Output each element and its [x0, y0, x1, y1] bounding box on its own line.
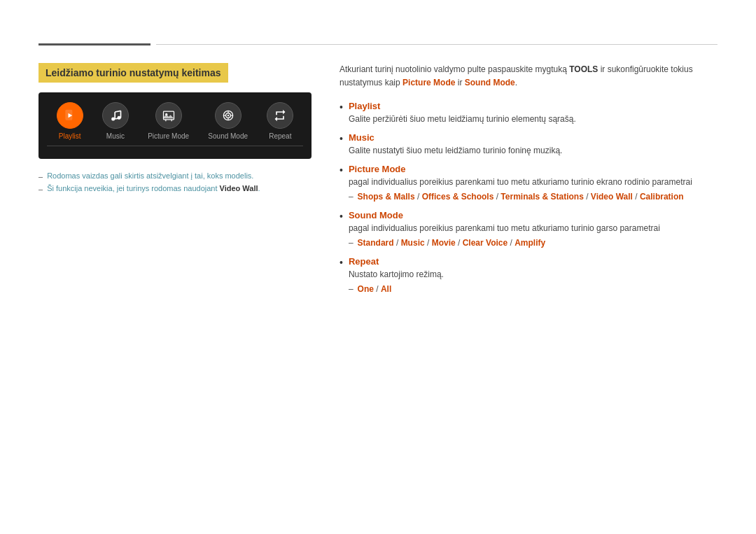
list-item-picture-mode: • Picture Mode pagal individualius porei… — [340, 164, 718, 203]
repeat-icon-circle — [267, 102, 293, 129]
bullet-dot-music: • — [340, 132, 343, 146]
list-item-repeat: • Repeat Nustato kartojimo režimą. – One… — [340, 256, 718, 295]
sound-mode-icon-circle — [215, 102, 241, 129]
bullet-content-playlist: Playlist Galite peržiūrėti šiuo metu lei… — [349, 101, 718, 125]
video-wall: Video Wall — [591, 192, 633, 202]
note-dash-2: – — [38, 185, 43, 193]
repeat-icon — [273, 108, 287, 122]
note-text-2: Ši funkcija neveikia, jei turinys rodoma… — [47, 184, 260, 192]
picture-mode-icon-circle — [155, 102, 182, 129]
bullet-dot-playlist: • — [340, 101, 343, 115]
repeat-label: Repeat — [269, 132, 291, 140]
music-icon-item[interactable]: Music — [102, 102, 129, 140]
music-label: Music — [106, 132, 125, 140]
sep4: / — [633, 192, 640, 202]
picture-mode-sub-list: – Shops & Malls / Offices & Schools / Te… — [349, 190, 718, 203]
intro-dot: . — [515, 78, 517, 87]
list-item-music: • Music Galite nustatyti šiuo metu leidž… — [340, 132, 718, 157]
bullet-content-sound-mode: Sound Mode pagal individualius poreikius… — [349, 210, 718, 249]
sound-mode-orange: Sound Mode — [465, 78, 515, 87]
ssep4: / — [507, 238, 514, 248]
ssep1: / — [394, 238, 401, 248]
repeat-desc: Nustato kartojimo režimą. — [349, 269, 444, 279]
sep3: / — [584, 192, 591, 202]
svg-point-12 — [227, 115, 229, 117]
music-icon — [108, 108, 122, 122]
picture-mode-sub-item: – Shops & Malls / Offices & Schools / Te… — [349, 190, 718, 203]
sound-mode-sub-dash: – — [349, 237, 354, 249]
picture-mode-sub-dash: – — [349, 190, 354, 203]
tools-bold: TOOLS — [569, 64, 598, 74]
music-icon-circle — [102, 102, 129, 129]
playlist-icon — [63, 108, 77, 122]
shops-malls: Shops & Malls — [358, 192, 415, 202]
right-column: Atkuriant turinį nuotolinio valdymo pult… — [340, 63, 718, 302]
note-highlight: Video Wall — [220, 184, 258, 192]
playlist-title: Playlist — [349, 101, 718, 111]
bullet-content-picture-mode: Picture Mode pagal individualius poreiki… — [349, 164, 718, 203]
repeat-sub-content: One / All — [358, 283, 392, 295]
bullet-content-repeat: Repeat Nustato kartojimo režimą. – One /… — [349, 256, 718, 295]
playlist-icon-circle — [57, 102, 83, 129]
svg-point-9 — [165, 113, 167, 115]
picture-mode-label: Picture Mode — [148, 132, 189, 140]
repeat-title: Repeat — [349, 256, 718, 267]
line-light — [156, 44, 718, 45]
notes-section: – Rodomas vaizdas gali skirtis atsižvelg… — [38, 171, 312, 193]
repeat-sub-dash: – — [349, 283, 354, 295]
list-item-sound-mode: • Sound Mode pagal individualius poreiki… — [340, 210, 718, 249]
sound-mode-label: Sound Mode — [208, 132, 248, 140]
intro-text-before-bold: Atkuriant turinį nuotolinio valdymo pult… — [340, 64, 569, 74]
playlist-label: Playlist — [59, 132, 81, 140]
standard: Standard — [358, 238, 394, 248]
repeat-sub-list: – One / All — [349, 283, 718, 295]
svg-line-7 — [115, 111, 120, 112]
note-text-1: Rodomas vaizdas gali skirtis atsižvelgia… — [47, 171, 253, 180]
one: One — [358, 284, 374, 294]
note-item-1: – Rodomas vaizdas gali skirtis atsižvelg… — [38, 171, 312, 181]
picture-mode-orange: Picture Mode — [402, 78, 455, 87]
line-dark — [38, 43, 150, 45]
bullet-dot-sound-mode: • — [340, 210, 343, 224]
rsep1: / — [374, 284, 381, 294]
ssep3: / — [456, 238, 463, 248]
playlist-desc: Galite peržiūrėti šiuo metu leidžiamų tu… — [349, 114, 576, 124]
repeat-sub-item: – One / All — [349, 283, 718, 295]
sound-mode-desc: pagal individualius poreikius parenkami … — [349, 223, 660, 233]
movie: Movie — [432, 238, 456, 248]
note-item-2: – Ši funkcija neveikia, jei turinys rodo… — [38, 184, 312, 193]
picture-mode-title: Picture Mode — [349, 164, 718, 174]
intro-ir: ir — [455, 78, 464, 87]
amplify: Amplify — [514, 238, 545, 248]
list-item-playlist: • Playlist Galite peržiūrėti šiuo metu l… — [340, 101, 718, 125]
terminals-stations: Terminals & Stations — [500, 192, 583, 202]
note-dash-1: – — [38, 172, 43, 181]
bullet-dot-picture-mode: • — [340, 164, 343, 178]
top-decorative-lines — [38, 43, 718, 45]
picture-mode-desc: pagal individualius poreikius parenkami … — [349, 177, 692, 187]
music-opt: Music — [401, 238, 425, 248]
all: All — [381, 284, 391, 294]
clear-voice: Clear Voice — [463, 238, 507, 248]
music-desc: Galite nustatyti šiuo metu leidžiamo tur… — [349, 146, 562, 155]
sound-mode-sub-item: – Standard / Music / Movie / Clear Voice… — [349, 237, 718, 249]
device-icons-row: Playlist — [47, 102, 303, 140]
bullet-dot-repeat: • — [340, 256, 343, 270]
sep1: / — [415, 192, 422, 202]
music-title: Music — [349, 132, 718, 143]
offices-schools: Offices & Schools — [422, 192, 494, 202]
sound-mode-sub-content: Standard / Music / Movie / Clear Voice /… — [358, 237, 546, 249]
left-column: Leidžiamo turinio nustatymų keitimas Pla… — [38, 63, 312, 302]
sound-mode-icon — [221, 108, 235, 122]
calibration: Calibration — [640, 192, 684, 202]
section-title: Leidžiamo turinio nustatymų keitimas — [38, 63, 228, 83]
intro-text: Atkuriant turinį nuotolinio valdymo pult… — [340, 63, 718, 90]
picture-mode-icon-item[interactable]: Picture Mode — [148, 102, 189, 140]
playlist-icon-item[interactable]: Playlist — [57, 102, 83, 140]
picture-mode-icon — [162, 108, 176, 122]
sound-mode-title: Sound Mode — [349, 210, 718, 220]
sound-mode-sub-list: – Standard / Music / Movie / Clear Voice… — [349, 237, 718, 249]
device-panel: Playlist — [38, 92, 312, 159]
sound-mode-icon-item[interactable]: Sound Mode — [208, 102, 248, 140]
repeat-icon-item[interactable]: Repeat — [267, 102, 293, 140]
